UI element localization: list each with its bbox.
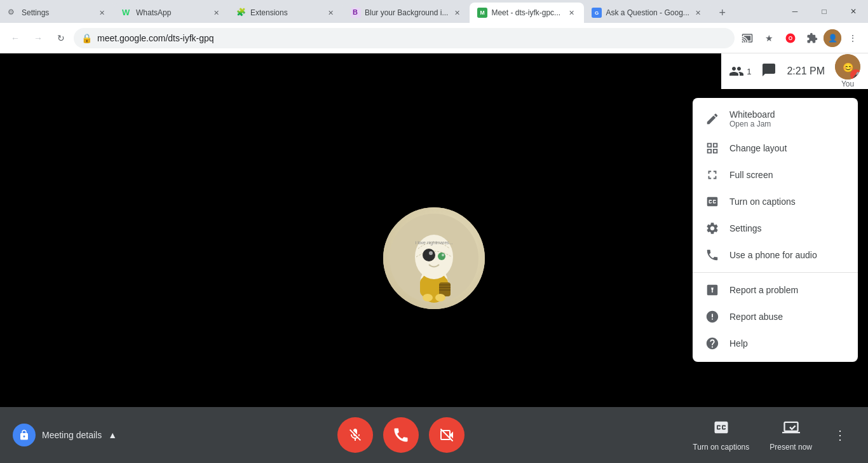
meeting-details[interactable]: Meeting details ▲ xyxy=(13,424,117,446)
meeting-details-label: Meeting details xyxy=(42,430,102,440)
center-controls xyxy=(117,417,685,453)
chevron-up-icon: ▲ xyxy=(108,430,117,440)
menu-item-help[interactable]: Help xyxy=(693,330,858,357)
present-now-icon xyxy=(782,418,800,440)
right-controls: Turn on captions Present now ⋮ xyxy=(685,413,855,457)
settings-menu-label: Settings xyxy=(729,223,762,233)
captions-label: Turn on captions xyxy=(729,197,796,207)
tab-meet-label: Meet - dts-iyfk-gpc... xyxy=(491,8,562,17)
tab-extensions[interactable]: 🧩 Extensions ✕ xyxy=(229,3,343,23)
report-abuse-label: Report abuse xyxy=(729,312,783,322)
svg-point-19 xyxy=(438,252,445,260)
svg-text:i love nightmares...: i love nightmares... xyxy=(416,240,453,245)
tab-settings-label: Settings xyxy=(22,8,93,17)
security-icon xyxy=(13,424,36,446)
svg-point-18 xyxy=(429,251,433,255)
participants-button[interactable]: 1 xyxy=(729,64,751,79)
user-avatar[interactable]: 😊 🎤 xyxy=(835,54,860,79)
more-options-button[interactable]: ⋮ xyxy=(825,420,855,450)
participants-count: 1 xyxy=(747,67,751,76)
settings-tab-icon: ⚙ xyxy=(8,8,18,18)
address-input[interactable]: 🔒 meet.google.com/dts-iyfk-gpq xyxy=(74,28,735,48)
time-display: 2:21 PM xyxy=(787,66,825,77)
browser-window: ⚙ Settings ✕ W WhatsApp ✕ 🧩 Extensions ✕… xyxy=(0,0,868,463)
menu-item-whiteboard[interactable]: Whiteboard Open a Jam xyxy=(693,103,858,135)
tab-whatsapp-close[interactable]: ✕ xyxy=(211,8,221,18)
full-screen-label: Full screen xyxy=(729,170,773,180)
bottom-bar: Meeting details ▲ xyxy=(0,407,868,463)
tab-settings[interactable]: ⚙ Settings ✕ xyxy=(0,3,114,23)
extensions-icon[interactable] xyxy=(802,28,822,48)
maximize-button[interactable]: □ xyxy=(810,1,839,22)
tab-meet[interactable]: M Meet - dts-iyfk-gpc... ✕ xyxy=(470,3,584,23)
tab-settings-close[interactable]: ✕ xyxy=(97,8,107,18)
turn-on-captions-button[interactable]: Turn on captions xyxy=(685,413,757,457)
whiteboard-label: Whiteboard xyxy=(729,109,775,120)
close-button[interactable]: ✕ xyxy=(839,1,868,22)
menu-item-report-abuse[interactable]: Report abuse xyxy=(693,303,858,330)
video-button[interactable] xyxy=(429,417,465,453)
cast-icon[interactable] xyxy=(737,28,757,48)
turn-on-captions-label: Turn on captions xyxy=(693,443,749,452)
present-now-button[interactable]: Present now xyxy=(762,413,820,457)
whiteboard-content: Whiteboard Open a Jam xyxy=(729,109,775,128)
bookmark-icon[interactable]: ★ xyxy=(759,28,779,48)
participant-avatar: i love nightmares... xyxy=(383,207,485,309)
whatsapp-tab-icon: W xyxy=(122,8,132,18)
minimize-button[interactable]: ─ xyxy=(780,1,810,22)
present-now-label: Present now xyxy=(770,443,812,452)
meeting-area: i love nightmares... 1 2:21 PM xyxy=(0,53,868,463)
mic-off-badge: 🎤 xyxy=(850,69,860,79)
menu-item-settings[interactable]: Settings xyxy=(693,215,858,242)
back-button[interactable]: ← xyxy=(5,28,25,48)
svg-text:O: O xyxy=(789,36,793,41)
tab-meet-close[interactable]: ✕ xyxy=(566,8,576,18)
menu-icon[interactable]: ⋮ xyxy=(843,28,863,48)
mute-button[interactable] xyxy=(337,417,373,453)
profile-avatar[interactable]: 👤 xyxy=(824,29,841,47)
tab-blur[interactable]: B Blur your Background i... ✕ xyxy=(343,3,470,23)
menu-item-change-layout[interactable]: Change layout xyxy=(693,135,858,162)
settings-menu-icon xyxy=(705,221,719,235)
tab-whatsapp[interactable]: W WhatsApp ✕ xyxy=(114,3,229,23)
captions-bottom-icon xyxy=(712,418,730,440)
end-call-button[interactable] xyxy=(383,417,419,453)
reload-button[interactable]: ↻ xyxy=(51,28,71,48)
tab-ask-close[interactable]: ✕ xyxy=(693,8,703,18)
svg-text:G: G xyxy=(595,10,599,16)
menu-item-report-problem[interactable]: Report a problem xyxy=(693,277,858,303)
lock-icon: 🔒 xyxy=(81,33,92,43)
svg-point-20 xyxy=(442,254,444,256)
whiteboard-sublabel: Open a Jam xyxy=(729,120,775,128)
toolbar-icons: ★ O 👤 ⋮ xyxy=(737,28,863,48)
tab-blur-label: Blur your Background i... xyxy=(365,8,448,17)
tab-bar: ⚙ Settings ✕ W WhatsApp ✕ 🧩 Extensions ✕… xyxy=(0,0,868,23)
menu-item-phone-audio[interactable]: Use a phone for audio xyxy=(693,242,858,268)
avatar-image: i love nightmares... xyxy=(383,207,485,309)
tab-ask[interactable]: G Ask a Question - Goog... ✕ xyxy=(584,3,710,23)
context-menu: Whiteboard Open a Jam Change layout xyxy=(693,98,858,362)
blur-tab-icon: B xyxy=(351,8,361,18)
change-layout-icon xyxy=(705,141,719,155)
chat-button[interactable] xyxy=(761,62,776,80)
opera-icon[interactable]: O xyxy=(780,28,801,48)
ask-tab-icon: G xyxy=(592,8,602,18)
address-bar: ← → ↻ 🔒 meet.google.com/dts-iyfk-gpq ★ O… xyxy=(0,23,868,53)
whiteboard-icon xyxy=(705,112,719,126)
menu-item-captions[interactable]: Turn on captions xyxy=(693,188,858,215)
forward-button[interactable]: → xyxy=(28,28,48,48)
tab-whatsapp-label: WhatsApp xyxy=(136,8,207,17)
menu-item-full-screen[interactable]: Full screen xyxy=(693,162,858,188)
change-layout-label: Change layout xyxy=(729,143,787,153)
main-content: i love nightmares... 1 2:21 PM xyxy=(0,53,868,463)
tab-extensions-close[interactable]: ✕ xyxy=(325,8,336,18)
you-label: You xyxy=(841,79,854,88)
svg-point-17 xyxy=(423,249,435,261)
tab-extensions-label: Extensions xyxy=(250,8,322,17)
svg-text:M: M xyxy=(480,10,485,16)
new-tab-button[interactable]: + xyxy=(714,4,731,22)
window-controls: ─ □ ✕ xyxy=(780,1,868,22)
top-right-panel: 1 2:21 PM 😊 🎤 You xyxy=(721,53,868,89)
tab-blur-close[interactable]: ✕ xyxy=(452,8,462,18)
tab-ask-label: Ask a Question - Goog... xyxy=(606,8,689,17)
